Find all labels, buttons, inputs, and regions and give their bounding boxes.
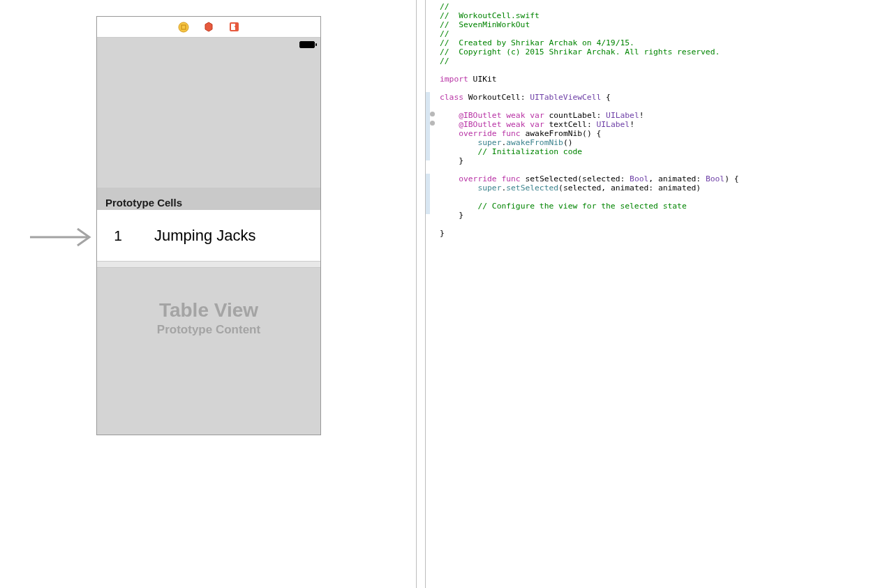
- parens: (): [563, 138, 573, 147]
- tableview-placeholder: Table View Prototype Content: [97, 299, 320, 337]
- brace: {: [601, 93, 611, 102]
- workout-text-label[interactable]: Jumping Jacks: [154, 227, 256, 245]
- func-sig: , animated:: [648, 174, 706, 183]
- type-ref: UITableViewCell: [530, 93, 601, 102]
- first-responder-icon[interactable]: [203, 22, 214, 33]
- module-name: UIKit: [468, 75, 497, 84]
- editor-gutter: [426, 0, 440, 588]
- count-label[interactable]: 1: [97, 227, 139, 244]
- keyword-override: override: [459, 174, 496, 183]
- keyword-super: super: [477, 183, 501, 193]
- viewcontroller-icon[interactable]: [178, 22, 189, 33]
- pane-divider[interactable]: [416, 0, 426, 588]
- bang: !: [630, 120, 634, 129]
- comment-line: // Initialization code: [477, 147, 582, 156]
- type-ref: Bool: [630, 174, 648, 183]
- keyword-var: var: [530, 111, 544, 120]
- keyword-weak: weak: [506, 120, 525, 129]
- scene-body[interactable]: Prototype Cells 1 Jumping Jacks Table Vi…: [97, 52, 320, 435]
- type-ref: Bool: [706, 174, 724, 183]
- class-name: WorkoutCell:: [463, 93, 530, 102]
- comment-line: // Copyright (c) 2015 Shrikar Archak. Al…: [440, 47, 720, 56]
- brace: }: [440, 229, 445, 238]
- storyboard-scene[interactable]: Prototype Cells 1 Jumping Jacks Table Vi…: [96, 16, 321, 435]
- property-decl: textCell:: [544, 120, 597, 129]
- func-sig: awakeFromNib() {: [521, 129, 602, 138]
- brace: }: [459, 156, 463, 165]
- keyword-func: func: [501, 129, 520, 138]
- cell-separator: [97, 262, 320, 268]
- outlet-connection-dot-icon[interactable]: [430, 121, 435, 126]
- call-args: (selected, animated: animated): [558, 183, 701, 193]
- type-ref: UILabel: [606, 111, 639, 120]
- property-decl: countLabel:: [544, 111, 606, 120]
- method-call: awakeFromNib: [506, 138, 563, 147]
- bang: !: [639, 111, 644, 120]
- keyword-weak: weak: [506, 111, 525, 120]
- scene-toolbar: [97, 17, 320, 38]
- tableview-subtitle: Prototype Content: [97, 323, 320, 337]
- func-sig: setSelected(selected:: [521, 174, 630, 183]
- func-sig: ) {: [724, 174, 738, 183]
- interface-builder-pane: Prototype Cells 1 Jumping Jacks Table Vi…: [0, 0, 416, 588]
- keyword-iboutlet: @IBOutlet: [459, 120, 501, 129]
- prototype-cell[interactable]: 1 Jumping Jacks: [97, 210, 320, 262]
- keyword-iboutlet: @IBOutlet: [459, 111, 501, 120]
- keyword-func: func: [501, 174, 520, 183]
- outlet-connection-dot-icon[interactable]: [430, 112, 435, 116]
- type-ref: UILabel: [597, 120, 630, 129]
- status-bar: [97, 38, 320, 52]
- method-call: setSelected: [506, 183, 558, 193]
- exit-icon[interactable]: [228, 22, 239, 33]
- battery-icon: [299, 41, 315, 48]
- keyword-super: super: [477, 138, 501, 147]
- keyword-class: class: [440, 93, 463, 102]
- change-bar: [426, 92, 430, 160]
- brace: }: [459, 211, 463, 220]
- comment-line: // WorkoutCell.swift: [440, 11, 540, 20]
- segue-arrow-icon: [30, 227, 96, 248]
- prototype-cells-header: Prototype Cells: [97, 188, 320, 210]
- tableview-title: Table View: [97, 299, 320, 322]
- comment-line: //: [440, 56, 449, 66]
- change-bar: [426, 174, 430, 214]
- comment-line: // Configure the view for the selected s…: [477, 202, 686, 211]
- svg-point-1: [179, 22, 188, 32]
- source-code[interactable]: // // WorkoutCell.swift // SevenMinWorkO…: [440, 0, 739, 588]
- keyword-var: var: [530, 120, 544, 129]
- keyword-import: import: [440, 75, 468, 84]
- comment-line: // Created by Shrikar Archak on 4/19/15.: [440, 38, 634, 47]
- code-editor-pane[interactable]: // // WorkoutCell.swift // SevenMinWorkO…: [426, 0, 892, 588]
- comment-line: //: [440, 29, 449, 38]
- comment-line: //: [440, 2, 449, 11]
- comment-line: // SevenMinWorkOut: [440, 20, 530, 29]
- keyword-override: override: [459, 129, 496, 138]
